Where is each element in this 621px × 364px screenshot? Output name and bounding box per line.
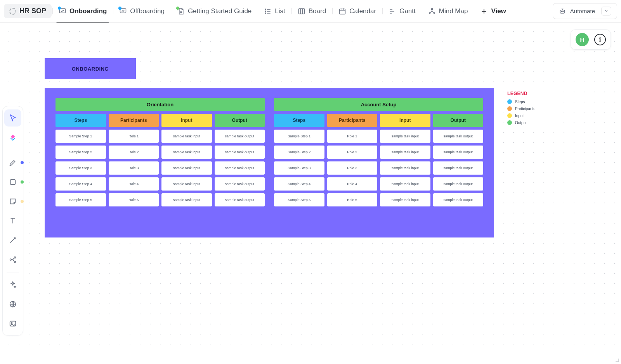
cell[interactable]: sample task output — [433, 146, 484, 159]
board-section[interactable]: OrientationStepsParticipantsInputOutputS… — [56, 98, 265, 227]
legend-item-input: Input — [507, 113, 550, 118]
shape-tool[interactable] — [4, 173, 21, 191]
cell[interactable]: sample task input — [380, 161, 430, 175]
cell[interactable]: Role 2 — [327, 146, 378, 159]
cell[interactable]: Sample Step 5 — [56, 193, 106, 206]
table-row[interactable]: Sample Step 1Role 1sample task inputsamp… — [56, 130, 265, 143]
tab-board[interactable]: Board — [292, 4, 331, 18]
svg-rect-5 — [298, 9, 304, 14]
cell[interactable]: sample task input — [161, 193, 212, 206]
cell[interactable]: Role 1 — [327, 130, 378, 143]
tab-getting-started[interactable]: Getting Started Guide — [172, 4, 257, 18]
legend-label: Steps — [515, 100, 525, 104]
tab-calendar[interactable]: Calendar — [333, 4, 382, 18]
legend-item-output: Output — [507, 120, 550, 125]
column-headers: StepsParticipantsInputOutput — [274, 114, 483, 127]
cell[interactable]: Sample Step 5 — [274, 193, 324, 206]
cell[interactable]: Sample Step 1 — [56, 130, 106, 143]
gantt-icon — [389, 7, 396, 15]
user-avatar[interactable]: H — [576, 33, 589, 46]
onboarding-board[interactable]: OrientationStepsParticipantsInputOutputS… — [45, 88, 494, 237]
cell[interactable]: Role 4 — [109, 177, 159, 191]
cell[interactable]: sample task output — [215, 146, 265, 159]
board-section[interactable]: Account SetupStepsParticipantsInputOutpu… — [274, 98, 483, 227]
tab-onboarding[interactable]: Onboarding — [53, 4, 112, 18]
table-row[interactable]: Sample Step 5Role 5sample task inputsamp… — [56, 193, 265, 206]
cell[interactable]: sample task output — [215, 177, 265, 191]
automate-button[interactable]: Automate — [553, 3, 617, 19]
cell[interactable]: Sample Step 4 — [274, 177, 324, 191]
connector-tool[interactable] — [4, 232, 21, 249]
cell[interactable]: sample task output — [215, 161, 265, 175]
legend-dot-icon — [507, 99, 512, 104]
cell[interactable]: sample task input — [161, 146, 212, 159]
cell[interactable]: sample task input — [161, 161, 212, 175]
cell[interactable]: Sample Step 3 — [56, 161, 106, 175]
cell[interactable]: Sample Step 4 — [56, 177, 106, 191]
cell[interactable]: sample task output — [433, 193, 484, 206]
cell[interactable]: Role 3 — [109, 161, 159, 175]
legend-title: LEGEND — [507, 91, 550, 96]
table-row[interactable]: Sample Step 4Role 4sample task inputsamp… — [56, 177, 265, 191]
resize-handle-icon[interactable] — [613, 356, 619, 362]
select-tool[interactable] — [4, 109, 21, 127]
cell[interactable]: Sample Step 3 — [274, 161, 324, 175]
add-view-button[interactable]: View — [475, 4, 511, 18]
cell[interactable]: Role 2 — [109, 146, 159, 159]
svg-point-15 — [14, 257, 16, 258]
cell[interactable]: Role 5 — [327, 193, 378, 206]
cell[interactable]: Role 1 — [109, 130, 159, 143]
cell[interactable]: sample task output — [433, 161, 484, 175]
doc-title-chip[interactable]: HR SOP — [4, 4, 52, 18]
tab-label: Board — [309, 7, 326, 15]
tab-offboarding[interactable]: Offboarding — [114, 4, 170, 18]
text-tool[interactable] — [4, 212, 21, 229]
cell[interactable]: Role 5 — [109, 193, 159, 206]
tab-gantt[interactable]: Gantt — [383, 4, 421, 18]
table-row[interactable]: Sample Step 2Role 2sample task inputsamp… — [274, 146, 483, 159]
table-row[interactable]: Sample Step 3Role 3sample task inputsamp… — [274, 161, 483, 175]
cell[interactable]: Role 4 — [327, 177, 378, 191]
table-row[interactable]: Sample Step 3Role 3sample task inputsamp… — [56, 161, 265, 175]
chevron-down-icon[interactable] — [601, 7, 611, 16]
cell[interactable]: sample task input — [380, 177, 430, 191]
info-button[interactable]: i — [594, 34, 606, 45]
cell[interactable]: sample task input — [380, 130, 430, 143]
section-title: Account Setup — [274, 98, 483, 111]
cell[interactable]: sample task output — [433, 177, 484, 191]
cell[interactable]: Sample Step 2 — [56, 146, 106, 159]
tab-label: Getting Started Guide — [188, 7, 252, 15]
cell[interactable]: Sample Step 2 — [274, 146, 324, 159]
clickup-card-tool[interactable] — [4, 129, 21, 146]
whiteboard-canvas[interactable]: H i — [0, 23, 621, 364]
pen-tool[interactable] — [4, 154, 21, 171]
cell[interactable]: sample task output — [215, 193, 265, 206]
ai-tool[interactable] — [4, 276, 21, 293]
diagram-tool[interactable] — [4, 251, 21, 268]
cell[interactable]: sample task output — [215, 130, 265, 143]
cell[interactable]: sample task input — [380, 193, 430, 206]
automate-label: Automate — [570, 8, 595, 14]
cell[interactable]: Role 3 — [327, 161, 378, 175]
cell[interactable]: Sample Step 1 — [274, 130, 324, 143]
tab-list[interactable]: List — [258, 4, 290, 18]
board-title-card[interactable]: ONBOARDING — [45, 58, 136, 79]
sticky-note-tool[interactable] — [4, 193, 21, 210]
tab-label: Mind Map — [439, 7, 468, 15]
header-input: Input — [380, 114, 430, 127]
table-row[interactable]: Sample Step 4Role 4sample task inputsamp… — [274, 177, 483, 191]
table-row[interactable]: Sample Step 5Role 5sample task inputsamp… — [274, 193, 483, 206]
calendar-icon — [338, 7, 346, 15]
table-row[interactable]: Sample Step 1Role 1sample task inputsamp… — [274, 130, 483, 143]
cell[interactable]: sample task input — [161, 177, 212, 191]
tab-label: Offboarding — [130, 7, 165, 15]
legend-panel[interactable]: LEGEND StepsParticipantsInputOutput — [503, 88, 554, 132]
web-embed-tool[interactable] — [4, 296, 21, 313]
cell[interactable]: sample task output — [433, 130, 484, 143]
cell[interactable]: sample task input — [380, 146, 430, 159]
cell[interactable]: sample task input — [161, 130, 212, 143]
svg-rect-6 — [340, 9, 345, 14]
tab-mind-map[interactable]: Mind Map — [423, 4, 474, 18]
svg-point-3 — [265, 11, 266, 12]
table-row[interactable]: Sample Step 2Role 2sample task inputsamp… — [56, 146, 265, 159]
